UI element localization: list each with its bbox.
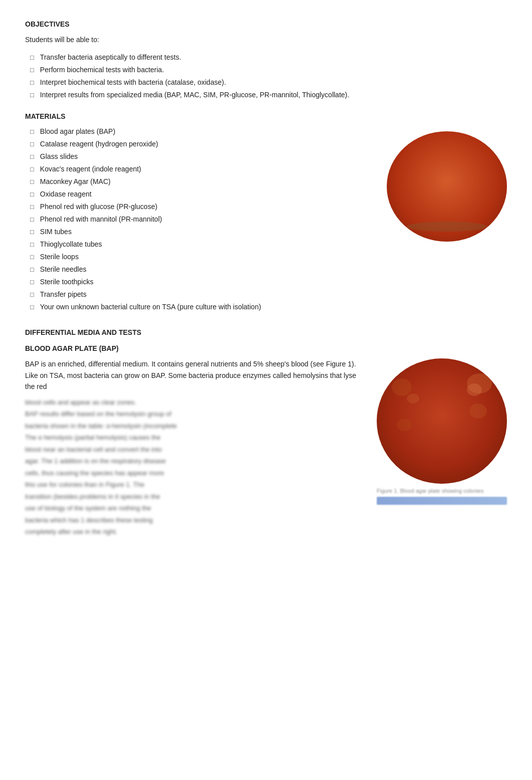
bap-image-top <box>387 131 507 242</box>
list-item: Kovac's reagent (indole reagent) <box>30 164 377 174</box>
list-item: Blood agar plates (BAP) <box>30 126 377 137</box>
objectives-intro: Students will be able to: <box>25 34 507 45</box>
list-item: Catalase reagent (hydrogen peroxide) <box>30 139 377 149</box>
list-item: Your own unknown bacterial culture on TS… <box>30 302 377 312</box>
bap-text-block: BAP is an enriched, differential medium.… <box>25 358 365 538</box>
list-item: SIM tubes <box>30 227 377 237</box>
objectives-list: Transfer bacteria aseptically to differe… <box>25 52 507 100</box>
bap-intro: BAP is an enriched, differential medium.… <box>25 358 365 392</box>
bap-image-bottom <box>377 358 507 484</box>
bap-title: BLOOD AGAR PLATE (BAP) <box>25 344 507 352</box>
list-item: Oxidase reagent <box>30 189 377 200</box>
colony-spot-2 <box>407 394 419 404</box>
bap-caption: Figure 1. Blood agar plate showing colon… <box>377 488 507 494</box>
bap-subsection: BLOOD AGAR PLATE (BAP) BAP is an enriche… <box>25 344 507 538</box>
list-item: Perform biochemical tests with bacteria. <box>30 65 507 75</box>
materials-section: MATERIALS Blood agar plates (BAP) Catala… <box>25 112 507 316</box>
differential-title: DIFFERENTIAL MEDIA AND TESTS <box>25 328 507 336</box>
list-item: Interpret results from specialized media… <box>30 90 507 100</box>
differential-section: DIFFERENTIAL MEDIA AND TESTS BLOOD AGAR … <box>25 328 507 538</box>
list-item: Phenol red with mannitol (PR-mannitol) <box>30 214 377 225</box>
materials-content: Blood agar plates (BAP) Catalase reagent… <box>25 126 507 316</box>
colony-spot-1 <box>392 378 412 396</box>
bap-caption-bar <box>377 497 507 505</box>
colony-spot-4 <box>397 419 412 431</box>
list-item: Sterile needles <box>30 264 377 275</box>
colony-spot-3 <box>469 404 487 419</box>
bap-blurred-text: blood cells and appear as clear zones. B… <box>25 398 365 537</box>
list-item: Interpret biochemical tests with bacteri… <box>30 77 507 88</box>
objectives-title: OBJECTIVES <box>25 20 507 28</box>
bap-content: BAP is an enriched, differential medium.… <box>25 358 507 538</box>
list-item: Sterile toothpicks <box>30 277 377 287</box>
list-item: Thioglycollate tubes <box>30 239 377 250</box>
materials-list: Blood agar plates (BAP) Catalase reagent… <box>25 126 377 312</box>
list-item: Transfer pipets <box>30 289 377 300</box>
list-item: Sterile loops <box>30 252 377 262</box>
list-item: Transfer bacteria aseptically to differe… <box>30 52 507 63</box>
list-item: Phenol red with glucose (PR-glucose) <box>30 202 377 212</box>
bap-image-bottom-wrapper: Figure 1. Blood agar plate showing colon… <box>377 358 507 505</box>
list-item: Glass slides <box>30 151 377 162</box>
list-item: Maconkey Agar (MAC) <box>30 176 377 187</box>
materials-title: MATERIALS <box>25 112 507 120</box>
objectives-section: OBJECTIVES Students will be able to: Tra… <box>25 20 507 100</box>
materials-list-wrapper: Blood agar plates (BAP) Catalase reagent… <box>25 126 377 316</box>
